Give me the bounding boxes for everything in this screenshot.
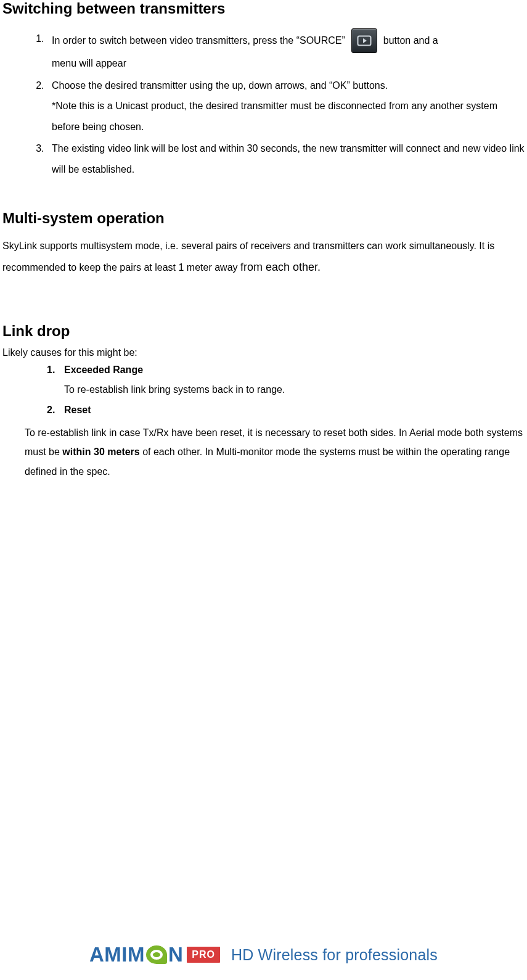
source-button-icon: [351, 28, 377, 53]
list-item: In order to switch between video transmi…: [47, 28, 525, 74]
linkdrop-item-1-body: To re-establish link bring systems back …: [64, 381, 525, 399]
step-1-text-b: button and a: [383, 30, 438, 51]
multisystem-text-b: from each other.: [240, 261, 321, 273]
step-1-text-a: In order to switch between video transmi…: [52, 30, 345, 51]
list-item: Exceeded Range To re-establish link brin…: [47, 361, 525, 400]
heading-multisystem: Multi-system operation: [2, 210, 525, 227]
linkdrop-intro: Likely causes for this might be:: [2, 347, 525, 358]
brand-o-mark-icon: [146, 945, 167, 964]
multisystem-paragraph: SkyLink supports multisystem mode, i.e. …: [2, 236, 525, 279]
linkdrop-item-2-title: Reset: [64, 405, 91, 415]
reset-text-b: within 30 meters: [62, 447, 139, 457]
linkdrop-item-1-title: Exceeded Range: [64, 364, 143, 375]
svg-marker-1: [363, 38, 367, 43]
step-3-text: The existing video link will be lost and…: [52, 138, 525, 179]
pro-badge: PRO: [187, 947, 220, 963]
list-item: Reset: [47, 401, 525, 419]
reset-paragraph: To re-establish link in case Tx/Rx have …: [25, 423, 525, 481]
linkdrop-list: Exceeded Range To re-establish link brin…: [2, 361, 525, 419]
brand-text-a: AMIM: [89, 943, 145, 966]
switching-steps-list: In order to switch between video transmi…: [2, 28, 525, 180]
step-2-text-a: Choose the desired transmitter using the…: [52, 75, 525, 96]
step-2-text-b: *Note this is a Unicast product, the des…: [52, 96, 525, 137]
brand-text-b: N: [168, 943, 183, 966]
list-item: The existing video link will be lost and…: [47, 138, 525, 179]
amimon-logo: AMIMN PRO: [89, 943, 220, 966]
heading-linkdrop: Link drop: [2, 323, 525, 340]
page-footer: AMIMN PRO HD Wireless for professionals: [0, 943, 527, 966]
heading-switching: Switching between transmitters: [2, 0, 525, 17]
step-1-text-c: menu will appear: [52, 53, 525, 74]
footer-tagline: HD Wireless for professionals: [231, 946, 438, 964]
list-item: Choose the desired transmitter using the…: [47, 75, 525, 138]
